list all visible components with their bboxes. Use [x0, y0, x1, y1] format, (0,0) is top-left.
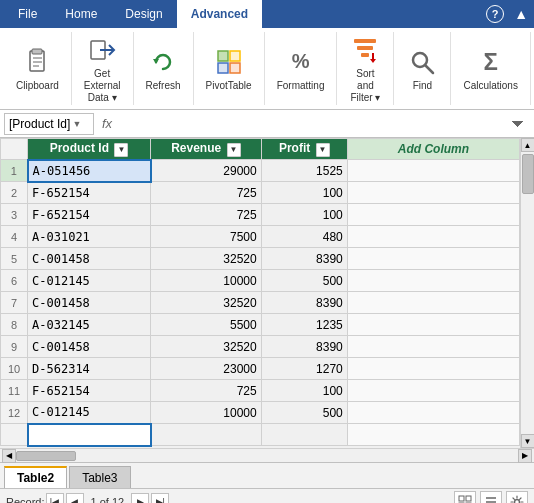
cell-revenue[interactable]: 5500 — [151, 314, 262, 336]
get-external-data-button[interactable]: Get ExternalData ▾ — [80, 32, 125, 106]
formula-input[interactable] — [120, 117, 506, 131]
status-icon-list[interactable] — [480, 491, 502, 504]
table-row-empty[interactable] — [1, 424, 520, 446]
clipboard-button[interactable]: Clipboard — [12, 44, 63, 94]
scroll-right-button[interactable]: ▶ — [518, 449, 532, 463]
cell-revenue[interactable]: 725 — [151, 204, 262, 226]
cell-product-id[interactable]: D-562314 — [28, 358, 151, 380]
col-header-product-id[interactable]: Product Id ▼ — [28, 139, 151, 160]
cell-profit[interactable]: 1525 — [261, 160, 347, 182]
table-row[interactable]: 11F-652154725100 — [1, 380, 520, 402]
cell-profit[interactable]: 8390 — [261, 336, 347, 358]
cell-profit[interactable]: 100 — [261, 204, 347, 226]
ribbon-collapse-button[interactable]: ▲ — [508, 6, 534, 22]
table-row[interactable]: 12C-01214510000500 — [1, 402, 520, 424]
ribbon-group-pivot: PivotTable — [194, 32, 265, 105]
find-button[interactable]: Find — [402, 44, 442, 94]
table-row[interactable]: 1A-051456290001525 — [1, 160, 520, 182]
cell-revenue[interactable]: 725 — [151, 380, 262, 402]
cell-product-id[interactable]: C-001458 — [28, 292, 151, 314]
cell-product-id[interactable]: F-652154 — [28, 380, 151, 402]
scroll-down-button[interactable]: ▼ — [521, 434, 535, 448]
tab-design[interactable]: Design — [111, 0, 176, 28]
cell-product-id[interactable]: C-012145 — [28, 402, 151, 424]
cell-product-empty[interactable] — [28, 424, 151, 446]
grid-scroll-area[interactable]: Product Id ▼ Revenue ▼ Profit ▼ Add Colu… — [0, 138, 520, 448]
col-header-add-column[interactable]: Add Column — [347, 139, 519, 160]
cell-profit[interactable]: 1235 — [261, 314, 347, 336]
filter-product-id-button[interactable]: ▼ — [114, 143, 128, 157]
calculations-button[interactable]: Σ Calculations — [459, 44, 521, 94]
status-icon-settings[interactable] — [506, 491, 528, 504]
table-row[interactable]: 6C-01214510000500 — [1, 270, 520, 292]
h-scroll-thumb[interactable] — [16, 451, 76, 461]
cell-product-id[interactable]: A-032145 — [28, 314, 151, 336]
scroll-left-button[interactable]: ◀ — [2, 449, 16, 463]
record-first-button[interactable]: |◀ — [46, 493, 64, 504]
status-icon-grid[interactable] — [454, 491, 476, 504]
filter-revenue-button[interactable]: ▼ — [227, 143, 241, 157]
help-button[interactable]: ? — [486, 5, 504, 23]
col-header-profit[interactable]: Profit ▼ — [261, 139, 347, 160]
refresh-button[interactable]: Refresh — [142, 44, 185, 94]
cell-revenue[interactable]: 725 — [151, 182, 262, 204]
table-row[interactable]: 10D-562314230001270 — [1, 358, 520, 380]
table-row[interactable]: 9C-001458325208390 — [1, 336, 520, 358]
sort-filter-button[interactable]: Sort andFilter ▾ — [345, 32, 385, 106]
sheet-tab-table3[interactable]: Table3 — [69, 466, 130, 488]
table-row[interactable]: 2F-652154725100 — [1, 182, 520, 204]
cell-add-empty — [347, 424, 519, 446]
tab-home[interactable]: Home — [51, 0, 111, 28]
filter-profit-button[interactable]: ▼ — [316, 143, 330, 157]
cell-profit-empty[interactable] — [261, 424, 347, 446]
cell-product-id[interactable]: F-652154 — [28, 204, 151, 226]
cell-product-id[interactable]: A-031021 — [28, 226, 151, 248]
table-row[interactable]: 4A-0310217500480 — [1, 226, 520, 248]
cell-add-column — [347, 358, 519, 380]
cell-profit[interactable]: 100 — [261, 182, 347, 204]
record-prev-button[interactable]: ◀ — [66, 493, 84, 504]
col-header-revenue[interactable]: Revenue ▼ — [151, 139, 262, 160]
record-last-button[interactable]: ▶| — [151, 493, 169, 504]
table-row[interactable]: 7C-001458325208390 — [1, 292, 520, 314]
cell-product-id[interactable]: C-001458 — [28, 336, 151, 358]
cell-revenue[interactable]: 32520 — [151, 336, 262, 358]
cell-revenue-empty[interactable] — [151, 424, 262, 446]
cell-product-id[interactable]: C-012145 — [28, 270, 151, 292]
vertical-scrollbar[interactable]: ▲ ▼ — [520, 138, 534, 448]
cell-profit[interactable]: 8390 — [261, 248, 347, 270]
tab-advanced[interactable]: Advanced — [177, 0, 262, 28]
formula-expand-button[interactable]: ⏷ — [506, 115, 530, 133]
cell-profit[interactable]: 500 — [261, 402, 347, 424]
table-row[interactable]: 3F-652154725100 — [1, 204, 520, 226]
cell-revenue[interactable]: 7500 — [151, 226, 262, 248]
pivot-table-button[interactable]: PivotTable — [202, 44, 256, 94]
cell-product-id[interactable]: F-652154 — [28, 182, 151, 204]
horizontal-scrollbar[interactable]: ◀ ▶ — [0, 448, 534, 462]
cell-revenue[interactable]: 10000 — [151, 402, 262, 424]
cell-revenue[interactable]: 32520 — [151, 248, 262, 270]
cell-profit[interactable]: 480 — [261, 226, 347, 248]
formatting-button[interactable]: % Formatting — [273, 44, 329, 94]
cell-profit[interactable]: 500 — [261, 270, 347, 292]
scroll-up-button[interactable]: ▲ — [521, 138, 535, 152]
cell-product-id[interactable]: A-051456 — [28, 160, 151, 182]
table-row[interactable]: 8A-03214555001235 — [1, 314, 520, 336]
cell-revenue[interactable]: 23000 — [151, 358, 262, 380]
cell-product-id[interactable]: C-001458 — [28, 248, 151, 270]
row-number: 1 — [1, 160, 28, 182]
scroll-thumb[interactable] — [522, 154, 534, 194]
table-row[interactable]: 5C-001458325208390 — [1, 248, 520, 270]
tab-file[interactable]: File — [4, 0, 51, 28]
sheet-tab-table2[interactable]: Table2 — [4, 466, 67, 488]
cell-revenue[interactable]: 29000 — [151, 160, 262, 182]
cell-ref-box[interactable]: [Product Id] ▼ — [4, 113, 94, 135]
cell-profit[interactable]: 8390 — [261, 292, 347, 314]
cell-revenue[interactable]: 32520 — [151, 292, 262, 314]
cell-revenue[interactable]: 10000 — [151, 270, 262, 292]
cell-ref-dropdown-icon[interactable]: ▼ — [72, 119, 81, 129]
cell-profit[interactable]: 1270 — [261, 358, 347, 380]
row-number: 12 — [1, 402, 28, 424]
cell-profit[interactable]: 100 — [261, 380, 347, 402]
record-next-button[interactable]: ▶ — [131, 493, 149, 504]
